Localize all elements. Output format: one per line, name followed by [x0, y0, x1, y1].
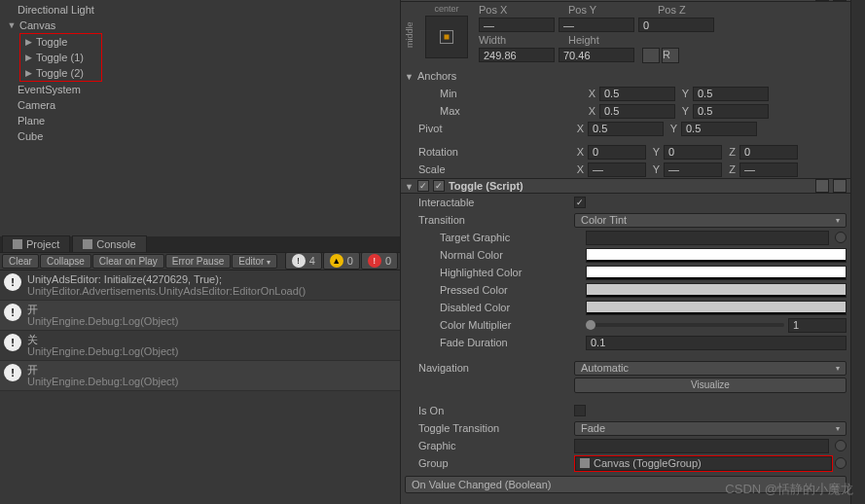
hierarchy-item[interactable]: Plane [0, 113, 400, 128]
width-input[interactable] [479, 48, 555, 62]
gear-icon[interactable] [833, 0, 847, 1]
pos-y-input[interactable] [559, 18, 634, 32]
help-icon[interactable] [815, 0, 829, 1]
log-entry[interactable]: !开UnityEngine.Debug:Log(Object) [0, 301, 400, 331]
clear-on-play-button[interactable]: Clear on Play [92, 254, 164, 269]
scrollbar[interactable] [850, 0, 865, 504]
graphic-field[interactable] [574, 439, 829, 453]
anchor-max-x[interactable] [599, 104, 675, 119]
foldout-icon[interactable] [6, 18, 18, 33]
console-log-list[interactable]: !UnityAdsEditor: Initialize(4270629, Tru… [0, 270, 400, 505]
editor-dropdown[interactable]: Editor [232, 254, 276, 269]
info-icon: ! [4, 273, 21, 291]
foldout-icon[interactable] [22, 50, 34, 65]
color-multiplier-slider[interactable] [586, 318, 784, 333]
toggle-transition-dropdown[interactable]: Fade [574, 421, 847, 436]
label: Disabled Color [440, 302, 586, 313]
label: Pos Y [568, 4, 654, 16]
label: Scale [418, 163, 574, 175]
foldout-icon[interactable] [22, 65, 34, 81]
fade-duration-input[interactable] [586, 336, 847, 350]
height-input[interactable] [559, 48, 634, 62]
log-entry[interactable]: !UnityAdsEditor: Initialize(4270629, Tru… [0, 270, 400, 301]
pivot-y[interactable] [681, 122, 757, 136]
label: Pos X [479, 4, 564, 16]
event-header[interactable]: On Value Changed (Boolean) [405, 476, 847, 493]
rot-x[interactable] [588, 145, 646, 160]
object-picker-icon[interactable] [835, 440, 847, 451]
toggle-component-header[interactable]: Toggle (Script) [401, 178, 850, 194]
info-icon: ! [292, 254, 306, 268]
highlight-box: Toggle Toggle (1) Toggle (2) [19, 33, 102, 82]
scale-z[interactable] [739, 162, 798, 177]
hierarchy-item[interactable]: EventSystem [0, 82, 400, 97]
visualize-button[interactable]: Visualize [574, 378, 847, 393]
collapse-button[interactable]: Collapse [40, 254, 91, 269]
label: Is On [418, 405, 574, 416]
highlighted-color-field[interactable] [586, 266, 847, 280]
pos-z-input[interactable] [638, 18, 714, 32]
bottom-tabs: Project Console [0, 236, 400, 253]
clear-button[interactable]: Clear [2, 254, 39, 269]
hierarchy-item[interactable]: Directional Light [0, 2, 400, 18]
gear-icon[interactable] [833, 179, 847, 193]
rot-y[interactable] [664, 145, 722, 160]
anchor-max-y[interactable] [693, 104, 769, 119]
scale-x[interactable] [588, 162, 646, 177]
component-enabled-checkbox[interactable] [417, 180, 429, 192]
inspector-panel[interactable]: Rect Transform middle center Pos XPos YP… [401, 0, 850, 504]
foldout-icon[interactable] [405, 180, 414, 192]
object-picker-icon[interactable] [835, 232, 847, 243]
tab-project[interactable]: Project [2, 235, 70, 252]
anchor-min-y[interactable] [693, 87, 769, 101]
component-title: Toggle (Script) [449, 180, 523, 192]
console-toolbar: Clear Collapse Clear on Play Error Pause… [0, 253, 400, 270]
foldout-icon[interactable] [405, 70, 414, 82]
label: Highlighted Color [440, 267, 586, 278]
hierarchy-item-toggle[interactable]: Toggle (1) [20, 50, 101, 65]
console-icon [83, 239, 92, 249]
error-pause-button[interactable]: Error Pause [165, 254, 231, 269]
tab-console[interactable]: Console [72, 235, 146, 252]
middle-label: middle [405, 4, 414, 65]
blueprint-button[interactable] [642, 48, 660, 63]
pressed-color-field[interactable] [586, 283, 847, 298]
anchors-label: Anchors [417, 70, 573, 82]
interactable-checkbox[interactable] [574, 197, 586, 208]
hierarchy-item-canvas[interactable]: Canvas [0, 18, 400, 33]
is-on-checkbox[interactable] [574, 405, 586, 416]
script-icon [433, 180, 445, 192]
info-filter[interactable]: !4 [285, 252, 322, 270]
transition-dropdown[interactable]: Color Tint [574, 213, 847, 228]
disabled-color-field[interactable] [586, 301, 847, 315]
hierarchy-item[interactable]: Cube [0, 128, 400, 144]
navigation-dropdown[interactable]: Automatic [574, 361, 847, 376]
log-entry[interactable]: !关UnityEngine.Debug:Log(Object) [0, 331, 400, 361]
help-icon[interactable] [815, 179, 829, 193]
color-multiplier-input[interactable] [788, 318, 847, 333]
group-field[interactable]: Canvas (ToggleGroup) [575, 456, 832, 471]
target-graphic-field[interactable] [586, 231, 829, 245]
pos-x-input[interactable] [479, 18, 555, 32]
label: Normal Color [440, 249, 586, 261]
hierarchy-item[interactable]: Camera [0, 97, 400, 113]
label: Min [440, 88, 586, 99]
hierarchy-item-toggle[interactable]: Toggle [20, 34, 101, 50]
normal-color-field[interactable] [586, 248, 847, 263]
anchor-preset[interactable]: center [420, 4, 473, 65]
label: Group [418, 457, 574, 469]
log-entry[interactable]: !开UnityEngine.Debug:Log(Object) [0, 361, 400, 391]
hierarchy-item-toggle[interactable]: Toggle (2) [20, 65, 101, 81]
scale-y[interactable] [664, 162, 722, 177]
warn-filter[interactable]: ▲0 [323, 252, 360, 270]
anchor-min-x[interactable] [599, 87, 675, 101]
object-picker-icon[interactable] [835, 457, 847, 469]
rot-z[interactable] [739, 145, 798, 160]
label: Fade Duration [440, 337, 586, 348]
pivot-x[interactable] [588, 122, 664, 136]
foldout-icon[interactable] [22, 34, 34, 50]
label: Width [479, 34, 564, 46]
hierarchy-panel[interactable]: Directional Light Canvas Toggle Toggle (… [0, 0, 400, 236]
error-filter[interactable]: !0 [361, 252, 398, 270]
raw-button[interactable]: R [662, 48, 679, 63]
